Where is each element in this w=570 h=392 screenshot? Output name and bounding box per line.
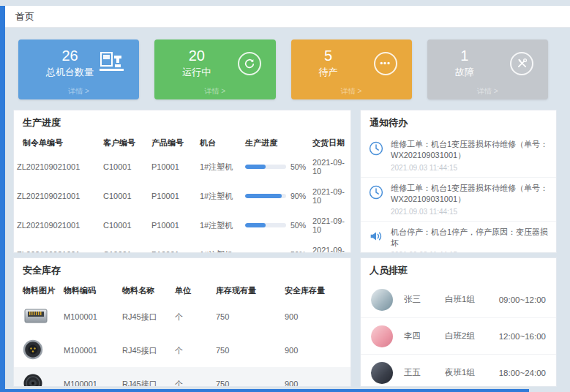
running-value: 20 [182,48,211,64]
notification-item[interactable]: 维修工单：机台1变压器损坏待维修（单号：WX202109031001） 2021… [361,178,556,222]
production-progress-panel: 生产进度 制令单编号 客户编号 产品编号 机台 生产进度 交货日期 ZL2021… [13,110,351,253]
notification-item[interactable]: 机台停产：机台1停产，停产原因：变压器损坏 2021.09.03 11:44:1… [361,222,556,253]
production-row[interactable]: ZL202109021001 C10001 P10001 1#注塑机 50% 2… [14,240,350,253]
order-no: ZL202109021001 [14,181,100,211]
col-material-name: 物料名称 [119,282,172,300]
order-no: ZL202109021001 [14,240,100,253]
production-panel-title: 生产进度 [14,110,350,134]
customer-no: C10001 [100,181,149,211]
notification-item[interactable]: 维修工单：机台1变压器损坏待维修（单号：WX202109031001） 2021… [361,134,556,178]
total-machines-value: 26 [46,48,94,64]
avatar [371,289,393,311]
running-detail-link[interactable]: 详情 > [205,86,226,99]
card-text: 5 待产 [319,48,338,79]
schedule-row: 李四 白班2组 12:00~16:00 [361,318,556,355]
inventory-row[interactable]: M100001 RJ45接口 个 750 900 [14,333,350,367]
refresh-icon [238,52,261,75]
col-safety: 安全库存量 [282,282,350,300]
delivery-date: 2021-09-10 [310,240,350,253]
notification-body: 维修工单：机台1变压器损坏待维修（单号：WX202109031001） 2021… [391,183,549,216]
stat-card-waiting[interactable]: 5 待产 ••• 详情 > [291,39,412,99]
col-stock: 库存现有量 [213,282,282,300]
ellipsis-icon: ••• [374,52,397,75]
avatar [371,362,393,384]
progress-bar [245,194,286,198]
col-product: 产品编号 [149,134,197,152]
safety-stock-panel: 安全库存 物料图片 物料编码 物料名称 单位 库存现有量 安全库存量 [13,257,351,387]
card-main: 5 待产 ••• [291,39,412,79]
notification-time: 2021.09.03 11:44:15 [391,251,549,253]
home-tab[interactable]: 首页 [15,10,34,23]
customer-no: C10001 [100,240,149,253]
inventory-row[interactable]: M100001 RJ45接口 个 750 900 [14,300,350,333]
round-connector-image [23,353,43,361]
progress-cell: 50% [242,240,310,253]
notification-time: 2021.09.03 11:44:15 [391,164,549,172]
speaker-icon [368,228,384,247]
production-row[interactable]: ZL202109021001 C10001 P10001 1#注塑机 90% 2… [14,181,350,211]
notifications-panel: 通知待办 维修工单：机台1变压器损坏待维修（单号：WX202109031001）… [360,110,557,253]
staff-time: 12:00~16:00 [499,332,546,341]
schedule-row: 张三 白班1组 09:00~12:00 [361,282,556,318]
delivery-date: 2021-09-10 [310,181,350,211]
product-no: P10001 [149,240,197,253]
progress-label: 50% [290,250,306,253]
product-no: P10001 [149,181,197,211]
product-no: P10001 [149,211,197,240]
total-machines-detail-link[interactable]: 详情 > [68,86,89,99]
machine-name: 1#注塑机 [197,211,242,240]
progress-label: 50% [290,162,306,171]
staff-shift: 白班2组 [445,331,492,342]
production-row[interactable]: ZL202109021001 C10001 P10001 1#注塑机 50% 2… [14,152,350,181]
progress-bar [245,252,286,253]
material-safety: 900 [282,300,350,333]
material-name: RJ45接口 [119,333,172,367]
material-stock: 750 [213,333,282,367]
inventory-table: 物料图片 物料编码 物料名称 单位 库存现有量 安全库存量 [14,282,350,387]
fault-detail-link[interactable]: 详情 > [477,86,498,99]
col-material-code: 物料编码 [61,282,119,300]
col-date: 交货日期 [310,134,350,152]
clock-icon [368,184,384,203]
running-label: 运行中 [182,66,211,79]
bottom-edge-stripe [0,389,529,392]
material-stock: 750 [213,367,282,387]
waiting-detail-link[interactable]: 详情 > [341,86,362,99]
inventory-panel-title: 安全库存 [14,258,350,282]
notification-time: 2021.09.03 11:44:15 [391,208,549,216]
col-unit: 单位 [172,282,213,300]
staff-shift: 夜班1组 [445,367,492,378]
speaker-part-image [23,386,43,387]
clock-icon [368,140,384,159]
col-customer: 客户编号 [100,134,149,152]
order-no: ZL202109021001 [14,211,100,240]
machine-name: 1#注塑机 [197,240,242,253]
stat-card-fault[interactable]: 1 故障 详情 > [427,39,548,99]
delivery-date: 2021-09-10 [310,152,350,181]
material-name: RJ45接口 [119,300,172,333]
material-unit: 个 [172,333,213,367]
card-main: 26 总机台数量 [18,39,139,79]
card-main: 1 故障 [427,39,548,79]
inventory-row[interactable]: M100001 RJ45接口 个 750 900 [14,367,350,387]
staff-time: 09:00~12:00 [499,295,546,304]
production-table: 制令单编号 客户编号 产品编号 机台 生产进度 交货日期 ZL202109021… [14,134,350,253]
production-row[interactable]: ZL202109021001 C10001 P10001 1#注塑机 50% 2… [14,211,350,240]
staff-shift: 白班1组 [445,294,492,305]
fault-value: 1 [455,48,474,64]
notification-body: 机台停产：机台1停产，停产原因：变压器损坏 2021.09.03 11:44:1… [391,227,549,253]
product-no: P10001 [149,152,197,181]
material-image-cell [14,300,61,333]
waiting-value: 5 [319,48,338,64]
fault-label: 故障 [455,66,474,79]
stat-card-running[interactable]: 20 运行中 详情 > [154,39,275,99]
col-machine: 机台 [197,134,242,152]
stat-card-total-machines[interactable]: 26 总机台数量 详情 > [18,39,139,99]
inventory-header-row: 物料图片 物料编码 物料名称 单位 库存现有量 安全库存量 [14,282,350,300]
topbar: 首页 [5,6,570,28]
machine-name: 1#注塑机 [197,181,242,211]
col-progress: 生产进度 [242,134,310,152]
progress-bar [245,165,286,169]
rj45-connector-image [23,319,49,328]
material-safety: 900 [282,367,350,387]
